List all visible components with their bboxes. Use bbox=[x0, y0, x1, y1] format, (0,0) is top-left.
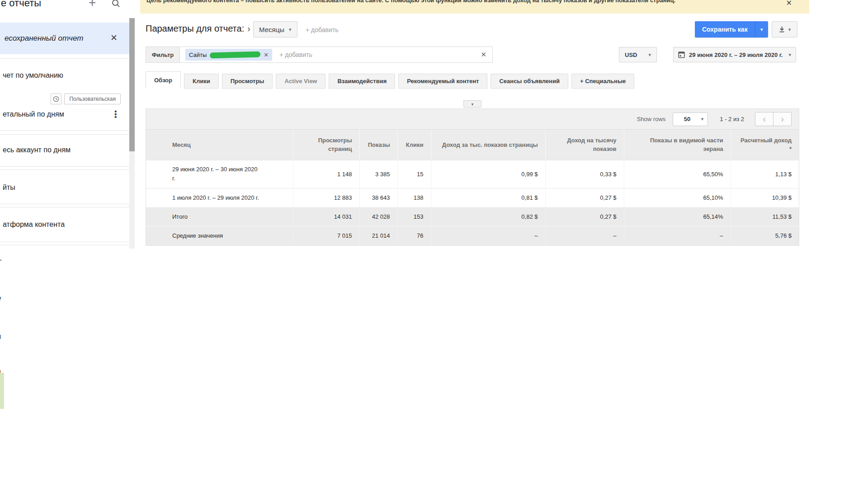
save-as-button[interactable]: Сохранить как bbox=[695, 21, 755, 38]
tab-custom[interactable]: + Специальные bbox=[571, 74, 634, 89]
col-header-clicks[interactable]: Клики bbox=[397, 130, 431, 160]
chevron-down-icon: ▾ bbox=[788, 52, 791, 58]
table-row: 1 июля 2020 г. – 29 июля 2020 г. 12 883 … bbox=[146, 188, 799, 207]
sidebar-scrollbar-thumb[interactable] bbox=[129, 18, 135, 151]
clipped-highlight-block[interactable] bbox=[0, 373, 4, 409]
cell-page-rpm: 0,82 $ bbox=[431, 207, 545, 226]
collapse-chart-button[interactable]: ▾ bbox=[463, 100, 481, 108]
info-banner: Цель рекомендуемого контента – повысить … bbox=[140, 0, 809, 14]
next-page-button[interactable]: › bbox=[773, 112, 792, 126]
col-header-impressions[interactable]: Показы bbox=[359, 130, 397, 160]
chevron-down-icon: ▾ bbox=[648, 52, 651, 58]
save-as-split-button[interactable]: Сохранить как ▾ bbox=[695, 21, 768, 38]
cell-page-views: 1 148 bbox=[293, 160, 359, 188]
sidebar-item-sites[interactable]: йты bbox=[3, 180, 15, 195]
tab-overview[interactable]: Обзор bbox=[146, 71, 181, 89]
clipped-item-fragment[interactable]: п bbox=[0, 332, 1, 341]
cell-active-view: 65,50% bbox=[624, 160, 731, 188]
divider bbox=[0, 207, 131, 207]
cell-page-rpm: 0,99 $ bbox=[431, 160, 545, 188]
cell-earnings: 1,13 $ bbox=[731, 160, 799, 188]
divider bbox=[0, 169, 131, 170]
cell-impressions: 42 028 bbox=[359, 207, 397, 226]
chevron-down-icon: ▾ bbox=[289, 27, 292, 33]
cell-page-views: 7 015 bbox=[293, 226, 359, 245]
close-icon[interactable]: ✕ bbox=[110, 33, 118, 43]
adsense-report-screen: е отчеты + есохраненный отчет ✕ чет по у… bbox=[0, 0, 868, 488]
sidebar-item-default-report[interactable]: чет по умолчанию bbox=[3, 68, 63, 83]
divider bbox=[0, 166, 131, 167]
cell-earnings: 11,53 $ bbox=[731, 207, 799, 226]
currency-dropdown[interactable]: USD ▾ bbox=[619, 47, 657, 62]
chip-remove-icon[interactable]: ✕ bbox=[264, 52, 269, 58]
add-report-icon[interactable]: + bbox=[89, 0, 96, 10]
cell-page-rpm: 0,81 $ bbox=[431, 188, 545, 207]
clear-filters-icon[interactable]: ✕ bbox=[481, 51, 486, 59]
reports-sidebar: е отчеты + есохраненный отчет ✕ чет по у… bbox=[0, 0, 136, 488]
col-header-page-views[interactable]: Просмотры страниц bbox=[293, 130, 359, 160]
cell-impressions: 3 385 bbox=[359, 160, 397, 188]
filter-chip-label: Сайты bbox=[189, 52, 207, 58]
cell-earnings: 10,39 $ bbox=[731, 188, 799, 207]
report-data-table: Месяц Просмотры страниц Показы Клики Дох… bbox=[146, 130, 799, 245]
col-header-label: Расчетный доход bbox=[741, 137, 792, 144]
cell-page-rpm: – bbox=[431, 226, 545, 245]
header-note: * bbox=[738, 145, 792, 153]
show-rows-label: Show rows bbox=[637, 116, 666, 122]
sidebar-item-content-platform[interactable]: атформа контента bbox=[3, 217, 65, 232]
cell-clicks: 138 bbox=[397, 188, 431, 207]
page-size-value: 50 bbox=[673, 116, 701, 122]
banner-close-icon[interactable]: ✕ bbox=[786, 0, 792, 7]
tab-interactions[interactable]: Взаимодействия bbox=[329, 74, 395, 89]
add-dimension-link[interactable]: + добавить bbox=[306, 26, 338, 33]
sidebar-item-account-daily[interactable]: есь аккаунт по дням bbox=[3, 142, 71, 158]
col-header-active-view[interactable]: Показы в видимой части экрана bbox=[624, 130, 731, 160]
add-filter-link[interactable]: + добавить bbox=[279, 51, 312, 58]
cell-clicks: 76 bbox=[397, 226, 431, 245]
tab-views[interactable]: Просмотры bbox=[222, 74, 273, 89]
col-header-impression-rpm[interactable]: Доход на тысячу показов bbox=[545, 130, 624, 160]
cell-active-view: – bbox=[624, 226, 731, 245]
dimension-dropdown[interactable]: Месяцы ▾ bbox=[253, 21, 297, 38]
cell-label: Итого bbox=[146, 207, 293, 226]
unsaved-report-label: есохраненный отчет bbox=[5, 23, 83, 54]
save-as-menu-button[interactable]: ▾ bbox=[755, 21, 768, 38]
custom-report-badge: Пользовательская bbox=[64, 94, 121, 104]
date-range-value: 29 июня 2020 г. – 29 июля 2020 г. bbox=[689, 52, 783, 58]
tab-active-view[interactable]: Active View bbox=[276, 74, 326, 89]
tab-ad-sessions[interactable]: Сеансы объявлений bbox=[491, 74, 568, 89]
cell-impressions: 21 014 bbox=[359, 226, 397, 245]
sidebar-item-unsaved-report[interactable]: есохраненный отчет ✕ bbox=[0, 23, 129, 54]
chevron-right-icon: › bbox=[247, 23, 250, 34]
filter-chip-sites[interactable]: Сайты ✕ bbox=[185, 49, 272, 61]
col-header-page-rpm[interactable]: Доход за тыс. показов страницы bbox=[431, 130, 545, 160]
filter-bar: Фильтр Сайты ✕ + добавить ✕ bbox=[146, 47, 493, 63]
report-type-badge-row: Пользовательская bbox=[0, 94, 121, 104]
col-header-estimated-earnings[interactable]: Расчетный доход * bbox=[731, 130, 799, 160]
cell-page-views: 14 031 bbox=[293, 207, 359, 226]
pagination-range: 1 - 2 из 2 bbox=[720, 116, 744, 122]
clipped-item-fragment[interactable]: е bbox=[0, 294, 1, 303]
cell-month: 29 июня 2020 г. – 30 июня 2020 г. bbox=[146, 160, 293, 188]
search-icon[interactable] bbox=[112, 0, 120, 8]
chevron-down-icon: ▾ bbox=[760, 27, 763, 33]
previous-page-button[interactable]: ‹ bbox=[755, 112, 774, 126]
redacted-site-name bbox=[210, 51, 260, 58]
col-header-month[interactable]: Месяц bbox=[146, 130, 293, 160]
page-size-dropdown[interactable]: 50 ▾ bbox=[673, 113, 708, 126]
sidebar-item-daily-detail[interactable]: етальный по дням bbox=[3, 107, 64, 122]
pager: ‹ › bbox=[755, 112, 792, 126]
download-button[interactable]: ▾ bbox=[772, 21, 797, 38]
clipped-item-fragment[interactable]: Т bbox=[0, 258, 1, 267]
date-range-dropdown[interactable]: 29 июня 2020 г. – 29 июля 2020 г. ▾ bbox=[673, 47, 796, 62]
report-params-label: Параметры для отчета: bbox=[146, 23, 244, 34]
divider bbox=[0, 242, 131, 242]
download-icon bbox=[778, 26, 785, 33]
tab-recommended-content[interactable]: Рекомендуемый контент bbox=[398, 74, 487, 89]
cell-impression-rpm: – bbox=[545, 226, 624, 245]
kebab-menu-icon[interactable]: ⋮ bbox=[111, 108, 120, 121]
chevron-down-icon: ▾ bbox=[788, 27, 791, 33]
cell-page-views: 12 883 bbox=[293, 188, 359, 207]
divider bbox=[0, 245, 131, 245]
tab-clicks[interactable]: Клики bbox=[184, 74, 219, 89]
